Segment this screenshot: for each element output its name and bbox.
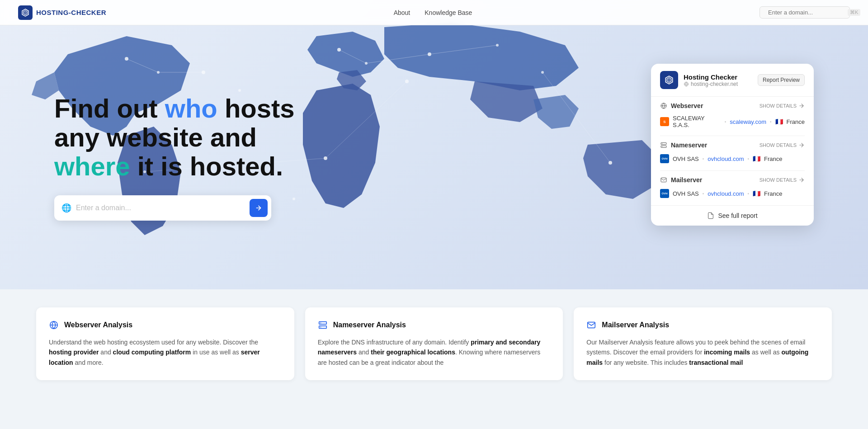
svg-point-33 <box>662 146 662 147</box>
feature-nameserver-title: Nameserver Analysis <box>333 321 406 329</box>
title-where: where <box>54 151 130 181</box>
feature-mailserver-card: Mailserver Analysis Our Mailserver Analy… <box>574 307 832 380</box>
arrow-right-icon <box>255 204 262 212</box>
report-webserver-title: Webserver <box>660 102 703 109</box>
globe-icon: 🌐 <box>61 203 71 213</box>
see-full-report-button[interactable]: See full report <box>660 212 805 219</box>
report-mailserver-header: Mailserver SHOW DETAILS <box>660 176 805 184</box>
mailserver-show-details[interactable]: SHOW DETAILS <box>760 177 805 183</box>
svg-marker-1 <box>24 10 28 15</box>
svg-rect-37 <box>319 326 326 329</box>
feature-webserver-card: Webserver Analysis Understand the web ho… <box>36 307 294 380</box>
hero-search-button[interactable] <box>250 199 268 217</box>
svg-rect-30 <box>661 143 666 145</box>
report-domain: hosting-checker.net <box>684 81 738 87</box>
nameserver-row: OVH OVH SAS • ovhcloud.com • 🇫🇷 France <box>660 152 805 165</box>
svg-point-32 <box>662 143 662 144</box>
nav-about[interactable]: About <box>394 9 410 16</box>
ovh-mailserver-icon: OVH <box>660 189 669 198</box>
feature-server-icon <box>318 320 328 330</box>
features-section: Webserver Analysis Understand the web ho… <box>0 289 868 398</box>
report-logo <box>660 71 678 89</box>
hero-content: Find out who hosts any website and where… <box>0 67 316 247</box>
brand: HOSTING-CHECKER <box>18 5 106 20</box>
server-icon <box>660 141 667 149</box>
report-webserver-section: Webserver SHOW DETAILS S SCALEWAY S.A.S.… <box>651 97 814 136</box>
report-mailserver-title: Mailserver <box>660 176 702 184</box>
nameserver-show-details[interactable]: SHOW DETAILS <box>760 142 805 148</box>
svg-rect-36 <box>319 322 326 325</box>
navbar-search-bar: ⌘K <box>760 6 850 19</box>
navbar-search-input[interactable] <box>768 9 844 16</box>
hero-section: Find out who hosts any website and where… <box>0 0 868 289</box>
feature-webserver-header: Webserver Analysis <box>49 320 282 330</box>
report-preview-card: Hosting Checker hosting-checker.net Repo… <box>651 64 814 226</box>
feature-webserver-text: Understand the web hosting ecosystem use… <box>49 337 282 368</box>
report-footer: See full report <box>651 205 814 226</box>
feature-nameserver-header: Nameserver Analysis <box>318 320 551 330</box>
webserver-show-details[interactable]: SHOW DETAILS <box>760 103 805 109</box>
logo-icon <box>18 5 33 20</box>
nav-knowledge-base[interactable]: Knowledge Base <box>425 9 472 16</box>
report-nameserver-title: Nameserver <box>660 141 707 149</box>
document-icon <box>707 212 714 219</box>
report-mailserver-section: Mailserver SHOW DETAILS OVH OVH SAS • ov… <box>651 171 814 205</box>
scaleway-icon: S <box>660 117 669 126</box>
globe-small-icon <box>684 81 689 87</box>
globe-icon <box>660 102 667 109</box>
report-nameserver-section: Nameserver SHOW DETAILS OVH OVH SAS • ov… <box>651 136 814 170</box>
brand-name: HOSTING-CHECKER <box>36 9 106 16</box>
arrow-right-small-icon-3 <box>798 177 805 183</box>
svg-point-39 <box>320 327 321 328</box>
svg-marker-27 <box>667 78 671 83</box>
title-who: who <box>165 94 217 123</box>
webserver-row: S SCALEWAY S.A.S. • scaleway.com • 🇫🇷 Fr… <box>660 113 805 130</box>
nav-links: About Knowledge Base <box>394 9 472 16</box>
navbar: HOSTING-CHECKER About Knowledge Base ⌘K <box>0 0 868 25</box>
feature-nameserver-text: Explore the DNS infrastructure of any do… <box>318 337 551 368</box>
hero-search-input[interactable] <box>76 204 250 212</box>
report-card-title: Hosting Checker hosting-checker.net <box>660 71 738 89</box>
svg-point-38 <box>320 323 321 324</box>
svg-rect-34 <box>661 178 666 182</box>
feature-mailserver-header: Mailserver Analysis <box>586 320 819 330</box>
report-logo-icon <box>664 75 674 85</box>
report-company-name: Hosting Checker <box>684 73 738 81</box>
mail-icon <box>660 176 667 184</box>
feature-mailserver-title: Mailserver Analysis <box>602 321 669 329</box>
feature-webserver-title: Webserver Analysis <box>64 321 132 329</box>
feature-globe-icon <box>49 320 59 330</box>
mailserver-row: OVH OVH SAS • ovhcloud.com • 🇫🇷 France <box>660 187 805 200</box>
feature-nameserver-card: Nameserver Analysis Explore the DNS infr… <box>305 307 563 380</box>
report-webserver-header: Webserver SHOW DETAILS <box>660 102 805 109</box>
svg-rect-31 <box>661 146 666 147</box>
report-card-header: Hosting Checker hosting-checker.net Repo… <box>651 64 814 97</box>
feature-mailserver-text: Our Mailserver Analysis feature allows y… <box>586 337 819 368</box>
report-preview-button[interactable]: Report Preview <box>758 74 805 86</box>
report-nameserver-header: Nameserver SHOW DETAILS <box>660 141 805 149</box>
arrow-right-small-icon-2 <box>798 142 805 148</box>
hero-title: Find out who hosts any website and where… <box>54 94 316 180</box>
feature-mail-icon <box>586 320 596 330</box>
arrow-right-small-icon <box>798 103 805 109</box>
report-title-text: Hosting Checker hosting-checker.net <box>684 73 738 87</box>
search-shortcut: ⌘K <box>848 9 860 16</box>
hero-search-bar: 🌐 <box>54 195 271 221</box>
ovh-nameserver-icon: OVH <box>660 154 669 163</box>
navbar-search: ⌘K <box>760 6 850 19</box>
